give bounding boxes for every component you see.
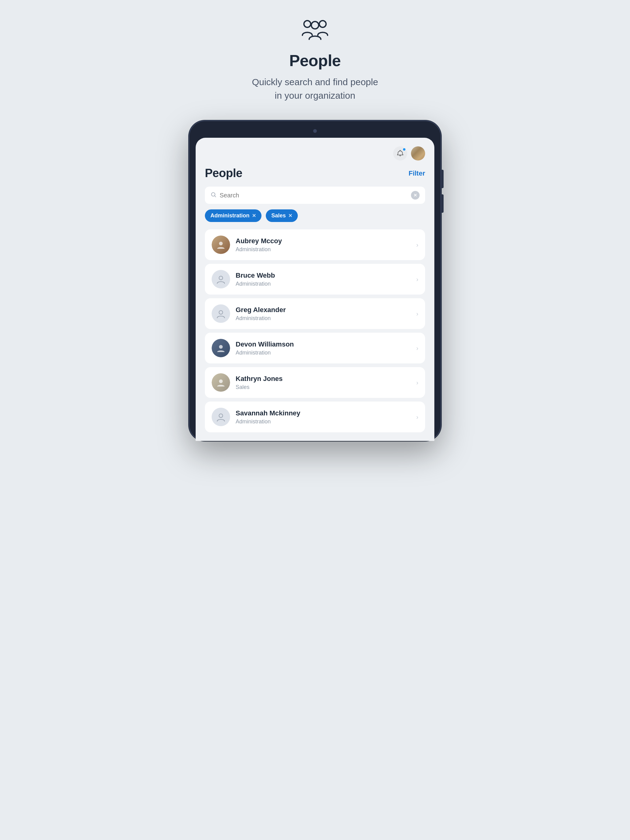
svg-point-8 [219,379,223,383]
person-info: Savannah Mckinney Administration [236,409,411,425]
person-avatar [212,373,230,392]
user-avatar[interactable] [411,146,425,161]
chip-admin-close[interactable]: ✕ [252,213,256,219]
person-info: Kathryn Jones Sales [236,375,411,390]
person-name: Kathryn Jones [236,375,411,383]
person-name: Aubrey Mccoy [236,237,411,245]
search-icon [211,191,217,199]
person-department: Administration [236,418,411,425]
svg-point-1 [319,21,326,27]
chevron-right-icon: › [416,242,418,248]
person-department: Administration [236,350,411,356]
user-avatar-image [411,146,425,161]
person-card[interactable]: Greg Alexander Administration › [205,298,425,329]
person-card[interactable]: Devon Williamson Administration › [205,333,425,363]
svg-point-7 [219,345,223,349]
search-input[interactable] [220,192,408,199]
app-content: People Filter ✕ Administration ✕ [196,138,434,441]
svg-point-9 [219,414,223,418]
top-bar [205,146,425,161]
chevron-right-icon: › [416,276,418,283]
search-clear-button[interactable]: ✕ [411,191,419,199]
avatar-aubrey [212,235,230,254]
person-info: Greg Alexander Administration [236,306,411,322]
person-name: Bruce Webb [236,272,411,279]
svg-point-6 [219,311,223,314]
avatar-kathryn [212,373,230,392]
avatar-devon [212,339,230,357]
chevron-right-icon: › [416,310,418,317]
person-department: Sales [236,384,411,390]
person-card[interactable]: Savannah Mckinney Administration › [205,401,425,432]
person-card[interactable]: Bruce Webb Administration › [205,264,425,295]
svg-point-4 [219,242,223,245]
app-screen: People Filter ✕ Administration ✕ [196,138,434,441]
notification-dot [402,148,406,151]
svg-point-5 [219,276,223,280]
people-list: Aubrey Mccoy Administration › Bruce We [205,229,425,432]
camera-notch [196,129,434,133]
chip-sales[interactable]: Sales ✕ [266,209,298,222]
page-title-row: People Filter [205,167,425,180]
person-department: Administration [236,246,411,253]
person-department: Administration [236,281,411,287]
person-avatar [212,339,230,357]
svg-point-0 [304,21,311,27]
hero-section: People Quickly search and find people in… [252,19,378,102]
person-info: Bruce Webb Administration [236,272,411,287]
svg-point-2 [311,22,319,29]
hero-subtitle: Quickly search and find people in your o… [252,75,378,102]
chip-sales-close[interactable]: ✕ [288,213,292,219]
person-name: Greg Alexander [236,306,411,314]
chip-admin-label: Administration [211,212,250,219]
filter-chips: Administration ✕ Sales ✕ [205,209,425,222]
chevron-right-icon: › [416,345,418,352]
person-name: Devon Williamson [236,340,411,348]
notification-button[interactable] [393,146,407,161]
chevron-right-icon: › [416,414,418,421]
person-avatar [212,305,230,323]
person-info: Devon Williamson Administration [236,340,411,356]
person-avatar [212,408,230,426]
people-icon [301,19,329,43]
person-avatar [212,235,230,254]
person-department: Administration [236,315,411,322]
person-card[interactable]: Aubrey Mccoy Administration › [205,229,425,260]
person-info: Aubrey Mccoy Administration [236,237,411,253]
page-title: People [205,167,242,180]
chip-sales-label: Sales [271,212,286,219]
person-name: Savannah Mckinney [236,409,411,417]
search-bar: ✕ [205,186,425,204]
device-frame: People Filter ✕ Administration ✕ [189,120,441,441]
hero-title: People [289,51,341,70]
camera-dot [313,129,317,133]
person-avatar [212,270,230,288]
filter-button[interactable]: Filter [408,169,425,177]
person-card[interactable]: Kathryn Jones Sales › [205,367,425,398]
chip-administration[interactable]: Administration ✕ [205,209,261,222]
chevron-right-icon: › [416,379,418,386]
